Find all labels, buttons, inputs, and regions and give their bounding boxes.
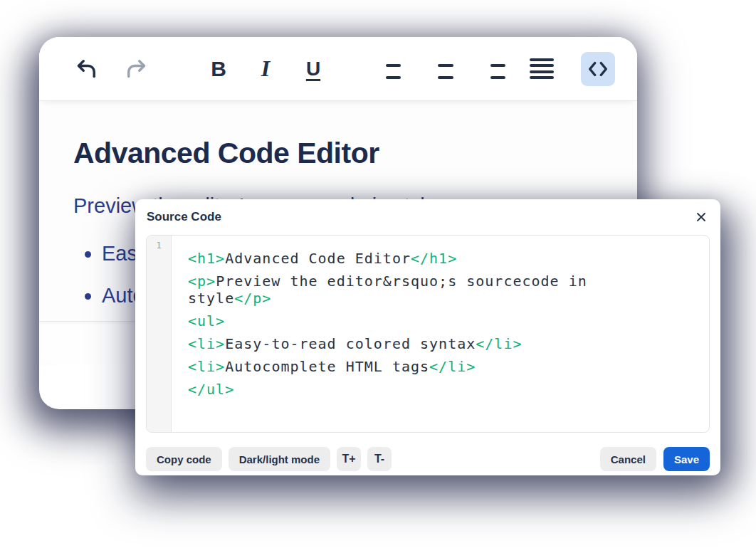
code-text[interactable]: <h1>Advanced Code Editor</h1><p>Preview … <box>172 236 709 432</box>
align-right-icon <box>481 58 505 80</box>
align-left-icon <box>386 58 410 80</box>
align-justify-button[interactable] <box>525 52 559 86</box>
line-number: 1 <box>156 241 161 251</box>
close-icon <box>695 211 707 223</box>
align-center-icon <box>434 58 458 80</box>
align-justify-icon <box>530 58 554 80</box>
code-line: <li>Easy-to-read colored syntax</li> <box>188 335 647 352</box>
code-line: <h1>Advanced Code Editor</h1> <box>188 250 647 267</box>
align-center-button[interactable] <box>429 52 463 86</box>
code-line: <li>Autocomplete HTML tags</li> <box>188 358 647 375</box>
code-view-icon <box>586 57 610 81</box>
font-size-increase-button[interactable]: T+ <box>337 447 361 471</box>
document-heading: Advanced Code Editor <box>73 101 603 170</box>
font-size-decrease-button[interactable]: T- <box>367 447 392 471</box>
code-view-button[interactable] <box>581 52 615 86</box>
cancel-button[interactable]: Cancel <box>600 447 656 471</box>
redo-icon <box>124 56 149 82</box>
code-editor[interactable]: 1 <h1>Advanced Code Editor</h1><p>Previe… <box>146 235 710 433</box>
code-line: <ul> <box>188 312 647 330</box>
close-button[interactable] <box>691 207 711 227</box>
align-left-button[interactable] <box>381 52 415 86</box>
undo-icon <box>73 56 99 82</box>
bold-button[interactable]: B <box>201 52 236 86</box>
modal-header: Source Code <box>135 199 720 235</box>
modal-title: Source Code <box>147 210 221 224</box>
code-line: </ul> <box>188 381 647 398</box>
editor-toolbar: B I U <box>39 37 637 101</box>
copy-code-button[interactable]: Copy code <box>146 447 222 471</box>
align-right-button[interactable] <box>476 52 510 86</box>
bold-icon: B <box>211 57 226 81</box>
undo-button[interactable] <box>69 52 103 86</box>
dark-light-mode-button[interactable]: Dark/light mode <box>229 447 330 471</box>
modal-footer: Copy code Dark/light mode T+ T- Cancel S… <box>135 447 720 475</box>
line-number-gutter: 1 <box>147 236 172 432</box>
code-line: <p>Preview the editor&rsquo;s sourcecode… <box>188 273 647 307</box>
underline-button[interactable]: U <box>296 52 330 86</box>
save-button[interactable]: Save <box>663 447 710 471</box>
italic-icon: I <box>261 56 270 82</box>
source-code-modal: Source Code 1 <h1>Advanced Code Editor</… <box>135 199 720 475</box>
italic-button[interactable]: I <box>248 52 283 86</box>
redo-button[interactable] <box>120 52 154 86</box>
underline-icon: U <box>306 58 320 80</box>
page: B I U <box>0 0 756 548</box>
